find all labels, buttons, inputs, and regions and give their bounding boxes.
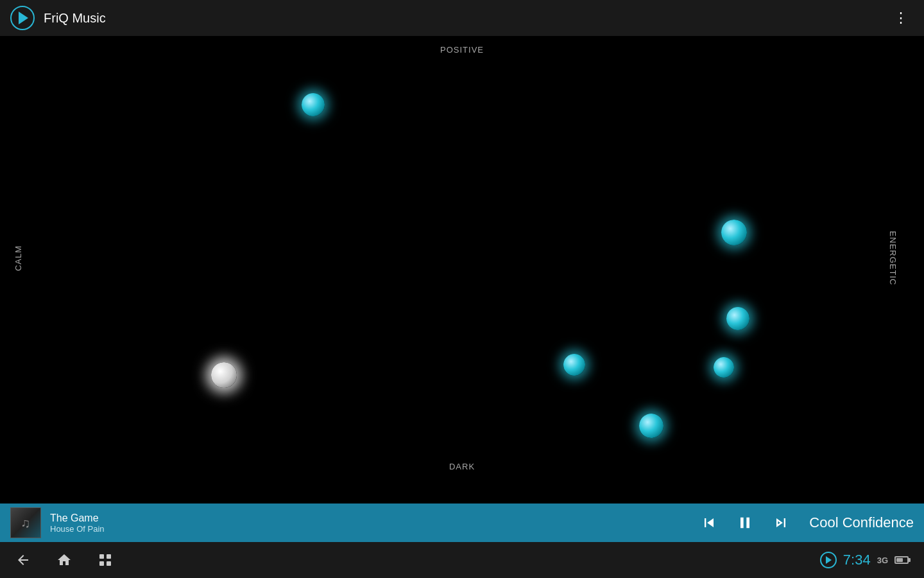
signal-badge: 3G (877, 556, 888, 565)
mood-dot-dot5[interactable] (563, 354, 585, 376)
mood-dot-dot6[interactable] (639, 414, 663, 438)
app-bar: FriQ Music ⋮ (0, 0, 924, 36)
mood-dot-dot1[interactable] (302, 93, 325, 116)
mood-label: Cool Confidence (809, 514, 914, 531)
mood-canvas[interactable]: POSITIVE DARK CALM ENERGETIC (0, 36, 924, 480)
mood-dot-dot7[interactable] (211, 362, 237, 388)
mood-dot-dot3[interactable] (726, 307, 749, 330)
app-title: FriQ Music (44, 11, 889, 26)
mood-dot-dot2[interactable] (721, 220, 747, 245)
svg-rect-1 (107, 554, 111, 559)
mood-dot-dot4[interactable] (714, 357, 734, 378)
album-art (10, 507, 41, 538)
back-button[interactable] (15, 552, 31, 568)
player-controls (700, 514, 790, 532)
app-play-icon (10, 6, 35, 30)
track-info: The Game House Of Pain (50, 512, 700, 534)
nav-bar: 7:34 3G (0, 542, 924, 578)
axis-label-positive: POSITIVE (440, 45, 484, 55)
axis-label-dark: DARK (449, 462, 475, 471)
axis-label-energetic: ENERGETIC (888, 231, 898, 286)
battery-icon (894, 556, 909, 564)
svg-rect-0 (99, 554, 104, 559)
player-bar: The Game House Of Pain Cool Confidence (0, 504, 924, 542)
album-art-placeholder (11, 508, 40, 538)
overflow-menu-icon[interactable]: ⋮ (889, 4, 914, 31)
artist-name: House Of Pain (50, 524, 700, 534)
prev-button[interactable] (700, 514, 718, 532)
track-name: The Game (50, 512, 700, 524)
system-status: 7:34 3G (820, 552, 909, 568)
next-button[interactable] (772, 514, 790, 532)
svg-rect-2 (99, 561, 104, 566)
pause-button[interactable] (736, 514, 754, 532)
time-display: 7:34 (843, 552, 871, 568)
recents-button[interactable] (98, 552, 113, 568)
svg-rect-3 (107, 561, 111, 566)
axis-label-calm: CALM (13, 245, 23, 271)
status-play-icon (820, 552, 837, 568)
home-button[interactable] (56, 552, 72, 568)
